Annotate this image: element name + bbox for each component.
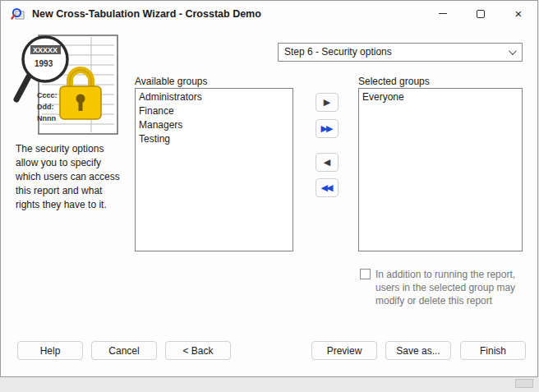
selected-group-item[interactable]: Everyone [359, 90, 522, 104]
dialog-window: New Cross-Tabulation Wizard - Crosstab D… [0, 0, 538, 377]
move-left-button[interactable]: ◀ [316, 153, 339, 172]
move-all-right-button[interactable]: ▶▶ [316, 119, 339, 138]
move-all-left-button[interactable]: ◀◀ [316, 178, 339, 197]
available-group-item[interactable]: Finance [136, 104, 293, 118]
modify-rights-checkbox[interactable] [360, 269, 371, 279]
window-title: New Cross-Tabulation Wizard - Crosstab D… [32, 8, 261, 20]
minimize-icon [439, 13, 447, 14]
close-icon: × [515, 7, 523, 20]
maximize-button[interactable] [462, 1, 500, 26]
security-description: The security options allow you to specif… [16, 142, 126, 212]
title-bar: New Cross-Tabulation Wizard - Crosstab D… [1, 1, 537, 26]
step-dropdown[interactable]: Step 6 - Security options [278, 43, 523, 62]
illustration-text: Nnnn [37, 114, 56, 122]
chevron-down-icon [509, 47, 517, 55]
illustration-text: 1993 [35, 59, 53, 68]
arrow-left-icon: ◀ [324, 158, 330, 167]
scrollbar-fragment [515, 379, 533, 388]
modify-rights-label: In addition to running the report, users… [375, 268, 526, 308]
back-button[interactable]: < Back [165, 341, 231, 360]
selected-groups-list[interactable]: Everyone [358, 88, 523, 251]
step-dropdown-value: Step 6 - Security options [284, 46, 392, 58]
available-group-item[interactable]: Testing [136, 132, 293, 146]
help-button[interactable]: Help [17, 341, 83, 360]
available-groups-list[interactable]: AdministratorsFinanceManagersTesting [135, 88, 293, 251]
available-groups-label: Available groups [135, 76, 208, 87]
double-arrow-right-icon: ▶▶ [321, 124, 332, 133]
modify-rights-row: In addition to running the report, users… [360, 268, 526, 308]
available-group-item[interactable]: Managers [136, 118, 293, 132]
illustration-text: Ddd: [37, 103, 54, 111]
available-group-item[interactable]: Administrators [136, 90, 293, 104]
minimize-button[interactable] [424, 1, 462, 26]
titlebar-controls: × [424, 1, 537, 26]
move-right-button[interactable]: ▶ [316, 93, 339, 112]
double-arrow-left-icon: ◀◀ [321, 183, 332, 192]
preview-button[interactable]: Preview [311, 341, 377, 360]
selected-groups-label: Selected groups [358, 76, 430, 87]
illustration-text: XXXXX [33, 46, 58, 54]
illustration-text: Cccc: [37, 91, 58, 99]
maximize-icon [477, 10, 485, 18]
security-illustration: XXXXX 1993 Cccc: Ddd: Nnnn [12, 34, 124, 141]
app-icon [11, 7, 25, 21]
cancel-button[interactable]: Cancel [91, 341, 157, 360]
save-as-button[interactable]: Save as... [385, 341, 451, 360]
close-button[interactable]: × [500, 1, 537, 26]
arrow-right-icon: ▶ [324, 98, 330, 107]
finish-button[interactable]: Finish [460, 341, 526, 360]
